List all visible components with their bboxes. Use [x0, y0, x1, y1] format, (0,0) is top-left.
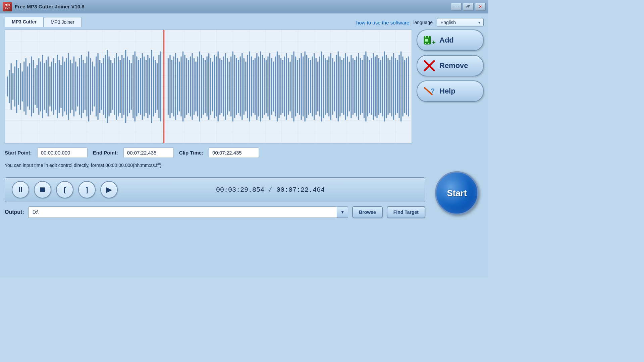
help-button[interactable]: ? Help — [417, 80, 484, 102]
svg-rect-33 — [64, 61, 65, 111]
svg-rect-161 — [306, 55, 307, 118]
svg-rect-167 — [317, 61, 318, 111]
svg-rect-197 — [373, 53, 374, 120]
svg-rect-4 — [11, 63, 12, 110]
svg-rect-165 — [314, 53, 315, 120]
svg-rect-166 — [316, 58, 317, 115]
start-button[interactable]: Start — [435, 171, 479, 215]
svg-rect-19 — [38, 58, 39, 115]
svg-rect-143 — [273, 61, 274, 111]
svg-rect-22 — [44, 63, 45, 110]
svg-rect-128 — [245, 61, 246, 111]
app-title: Free MP3 Cutter Joiner V10.8 — [15, 4, 85, 9]
svg-rect-52 — [99, 60, 100, 113]
waveform-container[interactable] — [5, 29, 412, 143]
close-button[interactable]: ✕ — [475, 3, 486, 11]
svg-rect-190 — [360, 58, 361, 115]
add-label: Add — [439, 36, 454, 45]
svg-rect-216 — [408, 57, 409, 117]
svg-rect-203 — [384, 52, 385, 122]
svg-rect-18 — [37, 65, 38, 108]
browse-button[interactable]: Browse — [352, 206, 383, 218]
svg-rect-124 — [238, 60, 239, 113]
svg-rect-132 — [253, 60, 254, 113]
end-point-label: End Point: — [93, 150, 118, 156]
tab-mp3-cutter[interactable]: MP3 Cutter — [5, 17, 44, 27]
start-point-label: Start Point: — [5, 150, 32, 156]
svg-rect-200 — [378, 58, 379, 115]
svg-rect-122 — [234, 55, 235, 118]
svg-rect-95 — [184, 55, 185, 118]
svg-rect-170 — [323, 55, 324, 118]
svg-rect-49 — [94, 66, 95, 106]
title-bar-left: MP3 CUT Free MP3 Cutter Joiner V10.8 — [3, 2, 85, 11]
end-point-input[interactable] — [123, 147, 174, 158]
svg-rect-212 — [400, 52, 401, 122]
bottom-area: ⏸ ⏹ [ ] ▶ 00:03:29.854 / 00:07:22.464 — [5, 171, 484, 218]
remove-button[interactable]: Remove — [417, 55, 484, 76]
svg-rect-157 — [299, 58, 300, 115]
svg-rect-12 — [25, 58, 26, 115]
svg-rect-25 — [49, 66, 50, 106]
add-button[interactable]: + Add — [417, 29, 484, 51]
svg-rect-79 — [149, 58, 150, 115]
tab-mp3-joiner[interactable]: MP3 Joiner — [44, 17, 82, 27]
svg-rect-186 — [353, 58, 354, 115]
stop-button[interactable]: ⏹ — [34, 181, 51, 198]
end-mark-button[interactable]: ] — [78, 181, 96, 198]
clip-time-input[interactable] — [209, 147, 259, 158]
svg-rect-29 — [57, 55, 58, 118]
maximize-button[interactable]: 🗗 — [463, 3, 474, 11]
svg-rect-108 — [208, 53, 209, 120]
svg-rect-172 — [327, 60, 328, 113]
svg-rect-103 — [199, 52, 200, 122]
svg-rect-194 — [367, 57, 368, 117]
svg-rect-42 — [81, 55, 82, 118]
svg-rect-125 — [240, 57, 241, 117]
pause-button[interactable]: ⏸ — [12, 181, 29, 198]
output-dropdown-button[interactable]: ▼ — [337, 206, 348, 218]
language-select[interactable]: English Chinese Spanish French German — [437, 18, 484, 27]
svg-rect-209 — [395, 58, 396, 115]
svg-rect-78 — [147, 55, 148, 118]
output-path-input[interactable] — [28, 206, 337, 218]
remove-icon — [423, 60, 435, 72]
svg-rect-59 — [112, 63, 113, 110]
svg-rect-99 — [192, 53, 193, 120]
svg-rect-133 — [255, 58, 256, 115]
svg-rect-202 — [382, 57, 383, 117]
svg-rect-220 — [428, 36, 429, 38]
svg-rect-139 — [266, 60, 267, 113]
svg-rect-109 — [210, 58, 211, 115]
svg-rect-175 — [332, 58, 333, 115]
svg-rect-201 — [380, 60, 381, 113]
stop-icon: ⏹ — [39, 185, 46, 194]
svg-rect-115 — [221, 60, 222, 113]
find-target-button[interactable]: Find Target — [387, 206, 425, 218]
play-button[interactable]: ▶ — [100, 181, 118, 198]
svg-rect-67 — [127, 57, 128, 117]
start-point-input[interactable] — [37, 147, 88, 158]
svg-rect-44 — [85, 63, 86, 110]
svg-rect-81 — [153, 57, 154, 117]
start-mark-button[interactable]: [ — [56, 181, 73, 198]
svg-rect-39 — [75, 61, 76, 111]
svg-rect-130 — [249, 52, 250, 122]
svg-rect-106 — [205, 60, 206, 113]
svg-rect-15 — [31, 57, 32, 117]
svg-rect-3 — [9, 70, 10, 103]
svg-rect-159 — [303, 57, 304, 117]
help-link[interactable]: how to use the software — [356, 20, 409, 25]
svg-rect-114 — [219, 58, 220, 115]
svg-rect-87 — [169, 55, 170, 118]
svg-rect-121 — [232, 52, 233, 122]
svg-rect-54 — [103, 58, 104, 115]
svg-rect-85 — [160, 52, 161, 122]
svg-rect-181 — [343, 58, 344, 115]
svg-rect-72 — [136, 57, 137, 117]
svg-rect-154 — [293, 52, 294, 122]
svg-rect-152 — [289, 61, 290, 111]
svg-rect-51 — [97, 53, 98, 120]
svg-rect-34 — [66, 58, 67, 115]
minimize-button[interactable]: — — [451, 3, 462, 11]
